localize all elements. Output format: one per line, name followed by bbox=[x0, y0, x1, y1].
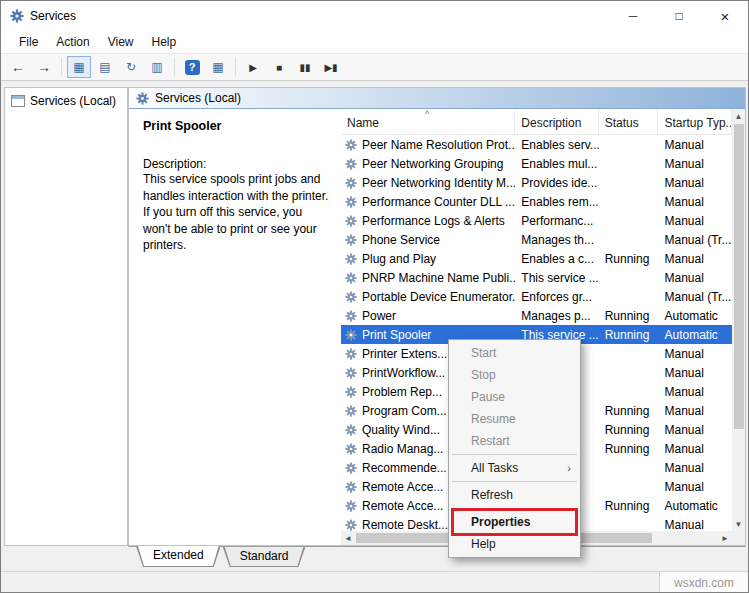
service-gear-icon bbox=[345, 272, 357, 284]
service-status-cell bbox=[599, 173, 659, 192]
scroll-right-icon[interactable]: ► bbox=[718, 531, 732, 545]
stop-service-icon[interactable]: ■ bbox=[267, 56, 291, 78]
service-startup-cell: Manual bbox=[658, 135, 732, 154]
list-header: Name^DescriptionStatusStartup Typ... bbox=[341, 109, 732, 135]
export-list-icon[interactable]: ▥ bbox=[145, 56, 169, 78]
service-status-cell bbox=[599, 211, 659, 230]
service-row[interactable]: Performance Counter DLL ...Enables rem..… bbox=[341, 192, 732, 211]
service-row[interactable]: Peer Networking GroupingEnables mul...Ma… bbox=[341, 154, 732, 173]
show-console-tree-icon[interactable]: ▦ bbox=[67, 56, 91, 78]
selected-service-name: Print Spooler bbox=[143, 119, 327, 133]
service-row[interactable]: Phone ServiceManages th...Manual (Tr... bbox=[341, 230, 732, 249]
service-startup-cell: Manual bbox=[658, 458, 732, 477]
extended-detail-pane: Print Spooler Description: This service … bbox=[129, 109, 341, 545]
service-status-cell bbox=[599, 382, 659, 401]
refresh-icon[interactable]: ↻ bbox=[119, 56, 143, 78]
service-startup-cell: Manual bbox=[658, 268, 732, 287]
scroll-down-icon[interactable]: ▼ bbox=[732, 517, 745, 531]
service-row[interactable]: Peer Networking Identity M...Provides id… bbox=[341, 173, 732, 192]
service-gear-icon bbox=[345, 234, 357, 246]
service-description-cell: Enables a c... bbox=[515, 249, 598, 268]
scroll-up-icon[interactable]: ▲ bbox=[732, 109, 745, 123]
menu-file[interactable]: File bbox=[10, 32, 47, 52]
menu-help[interactable]: Help bbox=[143, 32, 186, 52]
services-banner-icon bbox=[136, 92, 149, 105]
service-startup-cell: Manual bbox=[658, 344, 732, 363]
service-startup-cell: Manual (Tr... bbox=[658, 287, 732, 306]
tree-item-label: Services (Local) bbox=[30, 94, 116, 108]
menu-action[interactable]: Action bbox=[47, 32, 98, 52]
context-item-refresh[interactable]: Refresh bbox=[449, 484, 580, 506]
column-header-description[interactable]: Description bbox=[515, 109, 598, 134]
service-status-cell bbox=[599, 344, 659, 363]
column-header-status[interactable]: Status bbox=[599, 109, 659, 134]
tab-standard[interactable]: Standard bbox=[223, 547, 306, 567]
context-item-all-tasks[interactable]: All Tasks› bbox=[449, 457, 580, 479]
context-item-resume[interactable]: Resume bbox=[449, 408, 580, 430]
service-name-cell: PNRP Machine Name Publi... bbox=[341, 268, 515, 287]
submenu-arrow-icon: › bbox=[567, 457, 571, 479]
vertical-scroll-thumb[interactable] bbox=[734, 124, 744, 429]
maximize-button[interactable]: □ bbox=[656, 1, 702, 31]
service-gear-icon bbox=[345, 329, 357, 341]
window-title: Services bbox=[30, 9, 76, 23]
close-button[interactable]: × bbox=[702, 1, 748, 31]
restart-service-icon[interactable]: ▶▮ bbox=[319, 56, 343, 78]
service-status-cell bbox=[599, 135, 659, 154]
minimize-button[interactable]: ─ bbox=[610, 1, 656, 31]
service-startup-cell: Manual bbox=[658, 477, 732, 496]
service-gear-icon bbox=[345, 462, 357, 474]
column-header-name[interactable]: Name^ bbox=[341, 109, 515, 134]
column-header-startup-typ[interactable]: Startup Typ... bbox=[658, 109, 732, 134]
forward-icon[interactable]: → bbox=[32, 56, 56, 78]
console-window-icon bbox=[11, 95, 25, 107]
service-startup-cell: Manual bbox=[658, 439, 732, 458]
toolbar-separator bbox=[235, 58, 236, 76]
service-description-cell: Performanc... bbox=[515, 211, 598, 230]
show-action-pane-icon[interactable]: ▦ bbox=[206, 56, 230, 78]
service-row[interactable]: Plug and PlayEnables a c...RunningManual bbox=[341, 249, 732, 268]
context-item-pause[interactable]: Pause bbox=[449, 386, 580, 408]
context-item-restart[interactable]: Restart bbox=[449, 430, 580, 452]
service-row[interactable]: PowerManages p...RunningAutomatic bbox=[341, 306, 732, 325]
service-row[interactable]: Performance Logs & AlertsPerformanc...Ma… bbox=[341, 211, 732, 230]
tree-item-services-local[interactable]: Services (Local) bbox=[5, 88, 127, 108]
help-icon[interactable]: ? bbox=[180, 56, 204, 78]
service-name-cell: Phone Service bbox=[341, 230, 515, 249]
service-gear-icon bbox=[345, 367, 357, 379]
services-content: Print Spooler Description: This service … bbox=[129, 109, 745, 545]
start-service-icon[interactable]: ▶ bbox=[241, 56, 265, 78]
service-name-cell: Peer Networking Grouping bbox=[341, 154, 515, 173]
title-bar: Services ─ □ × bbox=[1, 1, 748, 31]
service-description-cell: This service ... bbox=[515, 268, 598, 287]
service-row[interactable]: PNRP Machine Name Publi...This service .… bbox=[341, 268, 732, 287]
context-menu: StartStopPauseResumeRestartAll Tasks›Ref… bbox=[448, 339, 581, 558]
service-description-cell: Enables rem... bbox=[515, 192, 598, 211]
service-name-cell: Performance Counter DLL ... bbox=[341, 192, 515, 211]
service-name-cell: Power bbox=[341, 306, 515, 325]
tab-extended[interactable]: Extended bbox=[136, 546, 221, 567]
pause-service-icon[interactable]: ▮▮ bbox=[293, 56, 317, 78]
service-startup-cell: Manual (Tr... bbox=[658, 230, 732, 249]
scroll-left-icon[interactable]: ◄ bbox=[341, 531, 355, 545]
service-status-cell: Running bbox=[599, 249, 659, 268]
back-icon[interactable]: ← bbox=[6, 56, 30, 78]
service-row[interactable]: Peer Name Resolution Prot...Enables serv… bbox=[341, 135, 732, 154]
context-item-start[interactable]: Start bbox=[449, 342, 580, 364]
context-item-help[interactable]: Help bbox=[449, 533, 580, 555]
service-gear-icon bbox=[345, 481, 357, 493]
context-item-stop[interactable]: Stop bbox=[449, 364, 580, 386]
menu-separator bbox=[452, 481, 577, 482]
status-bar: wsxdn.com bbox=[1, 571, 748, 593]
sort-indicator-icon: ^ bbox=[425, 109, 429, 119]
properties-window-icon[interactable]: ▤ bbox=[93, 56, 117, 78]
service-startup-cell: Automatic bbox=[658, 325, 732, 344]
service-status-cell bbox=[599, 192, 659, 211]
menu-view[interactable]: View bbox=[99, 32, 143, 52]
service-status-cell: Running bbox=[599, 439, 659, 458]
vertical-scrollbar[interactable]: ▲ ▼ bbox=[732, 109, 745, 545]
service-row[interactable]: Portable Device Enumerator...Enforces gr… bbox=[341, 287, 732, 306]
toolbar-separator bbox=[61, 58, 62, 76]
service-gear-icon bbox=[345, 348, 357, 360]
context-item-properties[interactable]: Properties bbox=[449, 511, 580, 533]
